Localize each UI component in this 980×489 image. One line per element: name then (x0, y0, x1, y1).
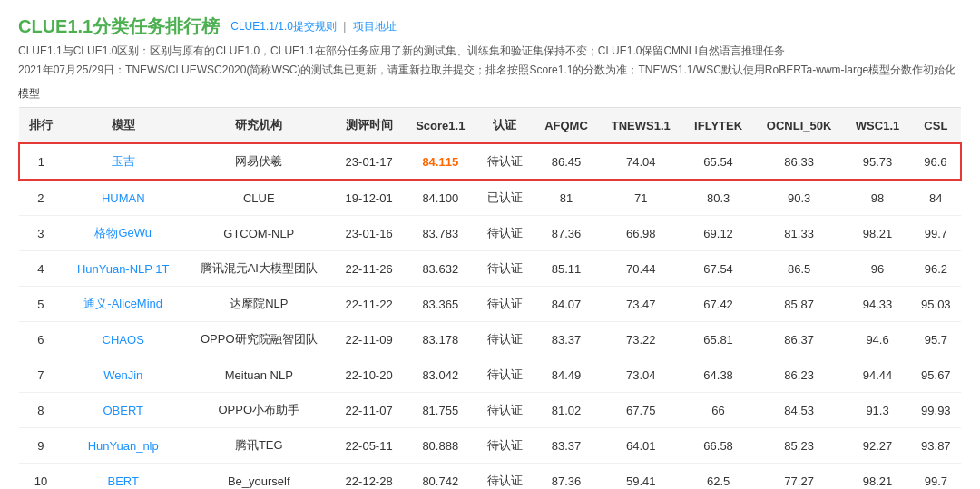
cell-tnews: 73.04 (599, 357, 682, 393)
cell-score: 84.115 (404, 143, 476, 180)
cell-rank: 4 (19, 251, 63, 287)
cell-date: 23-01-16 (334, 216, 404, 251)
cell-date: 22-12-28 (334, 464, 404, 489)
cell-ocnli: 77.27 (754, 464, 845, 489)
cell-org: GTCOM-NLP (184, 216, 334, 251)
cell-cert: 待认证 (476, 428, 534, 464)
cell-afqmc: 85.11 (534, 251, 599, 287)
cell-tnews: 74.04 (599, 143, 682, 180)
cell-rank: 8 (19, 393, 63, 428)
cell-rank: 7 (19, 357, 63, 393)
cell-score: 83.365 (404, 287, 476, 322)
cell-iflytek: 67.54 (682, 251, 753, 287)
cell-iflytek: 66.58 (682, 428, 753, 464)
cell-iflytek: 67.42 (682, 287, 753, 322)
table-row: 9HunYuan_nlp腾讯TEG22-05-1180.888待认证83.376… (19, 428, 961, 464)
cell-score: 83.178 (404, 322, 476, 357)
cell-rank: 10 (19, 464, 63, 489)
version-link[interactable]: CLUE1.1/1.0提交规则 (230, 20, 337, 33)
cell-wsc: 91.3 (844, 393, 910, 428)
cell-model: BERT (63, 464, 184, 489)
cell-model-link[interactable]: HunYuan_nlp (88, 439, 159, 453)
cell-date: 22-10-20 (334, 357, 404, 393)
cell-tnews: 66.98 (599, 216, 682, 251)
cell-iflytek: 66 (682, 393, 753, 428)
cell-model: 通义-AliceMind (63, 287, 184, 322)
model-label: 模型 (18, 86, 962, 102)
cell-model: OBERT (63, 393, 184, 428)
cell-csl: 99.93 (911, 393, 961, 428)
cell-rank: 2 (19, 180, 63, 216)
cell-ocnli: 86.37 (754, 322, 845, 357)
cell-cert: 待认证 (476, 216, 534, 251)
cell-model-link[interactable]: CHAOS (103, 333, 144, 347)
table-header: 排行 模型 研究机构 测评时间 Score1.1 认证 AFQMC TNEWS1… (19, 108, 961, 144)
table-row: 3格物GeWuGTCOM-NLP23-01-1683.783待认证87.3666… (19, 216, 961, 251)
cell-rank: 5 (19, 287, 63, 322)
cell-wsc: 94.44 (844, 357, 910, 393)
main-title: CLUE1.1分类任务排行榜 (18, 15, 220, 39)
col-tnews: TNEWS1.1 (599, 108, 682, 144)
cell-model: 玉吉 (63, 143, 184, 180)
cell-afqmc: 81.02 (534, 393, 599, 428)
cell-csl: 84 (911, 180, 961, 216)
table-row: 8OBERTOPPO小布助手22-11-0781.755待认证81.0267.7… (19, 393, 961, 428)
cell-rank: 9 (19, 428, 63, 464)
cell-csl: 95.03 (911, 287, 961, 322)
cell-date: 22-11-07 (334, 393, 404, 428)
table-row: 2HUMANCLUE19-12-0184.100已认证817180.390.39… (19, 180, 961, 216)
leaderboard-table: 排行 模型 研究机构 测评时间 Score1.1 认证 AFQMC TNEWS1… (18, 107, 962, 489)
cell-model: HunYuan_nlp (63, 428, 184, 464)
cell-org: 网易伏羲 (184, 143, 334, 180)
cell-afqmc: 83.37 (534, 322, 599, 357)
table-row: 10BERTBe_yourself22-12-2880.742待认证87.365… (19, 464, 961, 489)
cell-ocnli: 84.53 (754, 393, 845, 428)
cell-wsc: 98.21 (844, 464, 910, 489)
cell-tnews: 64.01 (599, 428, 682, 464)
cell-csl: 93.87 (911, 428, 961, 464)
cell-iflytek: 80.3 (682, 180, 753, 216)
cell-model: WenJin (63, 357, 184, 393)
cell-model-link[interactable]: WenJin (103, 368, 142, 382)
table-body: 1玉吉网易伏羲23-01-1784.115待认证86.4574.0465.548… (19, 143, 961, 489)
cell-model-link[interactable]: HunYuan-NLP 1T (77, 262, 170, 276)
cell-wsc: 98.21 (844, 216, 910, 251)
cell-cert: 待认证 (476, 322, 534, 357)
cell-tnews: 71 (599, 180, 682, 216)
cell-model-link[interactable]: HUMAN (102, 191, 145, 205)
desc2: 2021年07月25/29日：TNEWS/CLUEWSC2020(简称WSC)的… (18, 62, 962, 79)
col-score: Score1.1 (404, 108, 476, 144)
cell-model-link[interactable]: OBERT (103, 404, 143, 417)
cell-wsc: 94.6 (844, 322, 910, 357)
cell-ocnli: 86.5 (754, 251, 845, 287)
col-org: 研究机构 (184, 108, 334, 144)
table-row: 7WenJinMeituan NLP22-10-2083.042待认证84.49… (19, 357, 961, 393)
cell-cert: 待认证 (476, 287, 534, 322)
cell-model-link[interactable]: BERT (107, 474, 138, 488)
cell-csl: 96.6 (911, 143, 961, 180)
table-row: 5通义-AliceMind达摩院NLP22-11-2283.365待认证84.0… (19, 287, 961, 322)
cell-ocnli: 86.23 (754, 357, 845, 393)
cell-model: HUMAN (63, 180, 184, 216)
cell-model-link[interactable]: 玉吉 (112, 154, 135, 168)
cell-score: 84.100 (404, 180, 476, 216)
table-row: 1玉吉网易伏羲23-01-1784.115待认证86.4574.0465.548… (19, 143, 961, 180)
project-link[interactable]: 项目地址 (353, 20, 397, 33)
cell-date: 22-11-09 (334, 322, 404, 357)
cell-iflytek: 65.81 (682, 322, 753, 357)
cell-afqmc: 81 (534, 180, 599, 216)
cell-rank: 3 (19, 216, 63, 251)
cell-org: 腾讯TEG (184, 428, 334, 464)
col-rank: 排行 (19, 108, 63, 144)
cell-model-link[interactable]: 通义-AliceMind (83, 297, 162, 310)
cell-org: OPPO小布助手 (184, 393, 334, 428)
cell-model-link[interactable]: 格物GeWu (94, 226, 152, 240)
cell-afqmc: 84.49 (534, 357, 599, 393)
cell-date: 23-01-17 (334, 143, 404, 180)
col-date: 测评时间 (334, 108, 404, 144)
cell-cert: 待认证 (476, 464, 534, 489)
cell-model: CHAOS (63, 322, 184, 357)
cell-ocnli: 85.87 (754, 287, 845, 322)
col-afqmc: AFQMC (534, 108, 599, 144)
cell-iflytek: 62.5 (682, 464, 753, 489)
